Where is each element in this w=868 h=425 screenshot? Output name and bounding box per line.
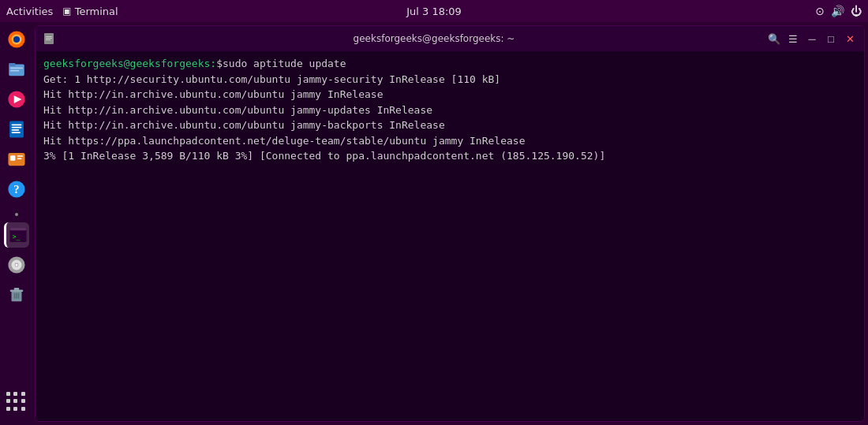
titlebar-right[interactable]: 🔍 ☰ ─ □ ✕ — [766, 31, 858, 47]
rhythmbox-icon[interactable] — [4, 87, 29, 112]
svg-point-26 — [15, 263, 17, 266]
svg-rect-36 — [46, 39, 51, 40]
terminal-titlebar: geeksforgeeks@geeksforgeeks: ~ 🔍 ☰ ─ □ ✕ — [36, 26, 864, 51]
terminal-line-1: Get: 1 http://security.ubuntu.com/ubuntu… — [43, 72, 856, 88]
svg-rect-17 — [17, 158, 22, 159]
dock: ? >_ — [0, 22, 33, 425]
close-button[interactable]: ✕ — [842, 31, 858, 47]
svg-rect-35 — [46, 38, 52, 39]
svg-rect-11 — [12, 127, 22, 129]
terminal-line-4: Hit http://in.archive.ubuntu.com/ubuntu … — [43, 117, 856, 133]
svg-rect-30 — [14, 293, 16, 299]
terminal-line-3: Hit http://in.archive.ubuntu.com/ubuntu … — [43, 103, 856, 118]
svg-rect-4 — [9, 63, 15, 66]
files-icon[interactable] — [4, 57, 29, 82]
dvd-icon[interactable] — [4, 252, 29, 278]
svg-rect-12 — [12, 129, 20, 131]
top-system-bar: Activities ▣ Terminal Jul 3 18:09 ⊙ 🔊 ⏻ — [0, 0, 868, 22]
terminal-top-label: Terminal — [75, 6, 118, 17]
titlebar-file-icon — [42, 32, 56, 46]
svg-point-2 — [13, 36, 20, 43]
camera-icon[interactable]: ⊙ — [815, 5, 825, 17]
svg-rect-10 — [12, 125, 22, 126]
prompt-command: sudo aptitude update — [223, 56, 346, 72]
terminal-indicator[interactable]: ▣ Terminal — [62, 6, 118, 17]
top-bar-right: ⊙ 🔊 ⏻ — [815, 5, 862, 17]
top-bar-left: Activities ▣ Terminal — [6, 6, 118, 17]
titlebar-left — [42, 32, 56, 46]
software-center-icon[interactable] — [4, 147, 29, 172]
svg-rect-13 — [12, 132, 21, 133]
libreoffice-writer-icon[interactable] — [4, 117, 29, 142]
audio-icon[interactable]: 🔊 — [831, 5, 844, 17]
svg-text:>_: >_ — [12, 233, 20, 240]
terminal-line-6: 3% [1 InRelease 3,589 B/110 kB 3%] [Conn… — [43, 148, 856, 164]
dock-separator-dot — [15, 213, 18, 216]
terminal-title: geeksforgeeks@geeksforgeeks: ~ — [354, 33, 515, 44]
svg-rect-6 — [10, 70, 19, 72]
svg-rect-15 — [10, 155, 16, 161]
maximize-button[interactable]: □ — [823, 31, 839, 47]
svg-rect-21 — [9, 228, 26, 230]
svg-rect-32 — [18, 293, 20, 299]
apps-grid — [6, 392, 27, 412]
search-button[interactable]: 🔍 — [766, 31, 782, 47]
terminal-window: geeksforgeeks@geeksforgeeks: ~ 🔍 ☰ ─ □ ✕… — [35, 25, 865, 422]
firefox-icon[interactable] — [4, 27, 29, 52]
svg-rect-16 — [17, 155, 23, 157]
terminal-dock-icon[interactable]: >_ — [4, 222, 29, 248]
minimize-button[interactable]: ─ — [804, 31, 820, 47]
terminal-icon-small: ▣ — [62, 6, 71, 17]
activities-label[interactable]: Activities — [6, 6, 53, 17]
trash-icon[interactable] — [4, 282, 29, 308]
main-area: ? >_ — [0, 22, 868, 425]
svg-rect-29 — [14, 288, 20, 290]
svg-rect-5 — [10, 68, 23, 69]
svg-rect-34 — [46, 36, 52, 37]
power-icon[interactable]: ⏻ — [851, 5, 862, 17]
help-icon[interactable]: ? — [4, 177, 29, 202]
svg-text:?: ? — [13, 183, 19, 196]
terminal-body[interactable]: geeksforgeeks@geeksforgeeks: $ sudo apti… — [36, 51, 864, 421]
svg-rect-31 — [16, 293, 17, 299]
prompt-line: geeksforgeeks@geeksforgeeks: $ sudo apti… — [43, 56, 856, 72]
terminal-line-5: Hit https://ppa.launchpadcontent.net/del… — [43, 133, 856, 149]
top-bar-datetime: Jul 3 18:09 — [406, 6, 462, 17]
prompt-symbol: $ — [216, 56, 223, 72]
show-apps-icon[interactable] — [4, 392, 29, 417]
prompt-user: geeksforgeeks@geeksforgeeks: — [43, 56, 216, 72]
terminal-line-2: Hit http://in.archive.ubuntu.com/ubuntu … — [43, 87, 856, 103]
menu-button[interactable]: ☰ — [785, 31, 801, 47]
